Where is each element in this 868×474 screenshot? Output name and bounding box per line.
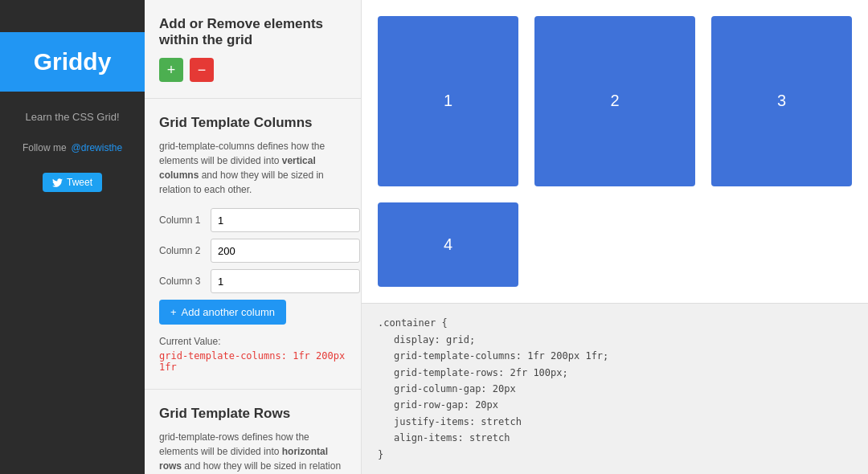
code-line-align: align-items: stretch	[378, 430, 852, 446]
rows-section-title: Grid Template Rows	[159, 406, 346, 422]
code-line-row-gap: grid-row-gap: 20px	[378, 397, 852, 413]
add-element-button[interactable]: +	[159, 58, 183, 82]
grid-item-3: 3	[711, 16, 852, 186]
code-panel: .container { display: grid; grid-templat…	[362, 303, 868, 474]
column-2-label: Column 2	[159, 245, 206, 256]
plus-icon: +	[170, 306, 177, 318]
grid-item-1: 1	[378, 16, 518, 186]
column-row-2: Column 2 px ∨ fr % em ✕	[159, 239, 346, 263]
column-2-input[interactable]	[211, 239, 360, 263]
main-content: 1 2 3 4 .container { display: grid; grid…	[362, 0, 868, 474]
grid-template-columns-section: Grid Template Columns grid-template-colu…	[145, 99, 361, 390]
grid-container: 1 2 3 4	[378, 16, 852, 287]
add-remove-title: Add or Remove elements within the grid	[159, 16, 346, 48]
grid-item-2: 2	[534, 16, 695, 186]
add-column-label: Add another column	[182, 306, 275, 318]
rows-description: grid-template-rows defines how the eleme…	[159, 430, 346, 474]
current-value-code: grid-template-columns: 1fr 200px 1fr	[159, 350, 346, 373]
code-closing: }	[378, 447, 852, 463]
add-remove-row: + −	[159, 58, 346, 82]
column-3-input[interactable]	[211, 269, 360, 293]
remove-element-button[interactable]: −	[190, 58, 214, 82]
code-line-rows: grid-template-rows: 2fr 100px;	[378, 365, 852, 381]
current-value-label: Current Value:	[159, 336, 346, 347]
columns-description: grid-template-columns defines how the el…	[159, 139, 346, 197]
controls-panel: Add or Remove elements within the grid +…	[145, 0, 362, 474]
app-logo: Griddy	[34, 48, 112, 76]
follow-handle[interactable]: @drewisthe	[72, 142, 123, 153]
grid-template-rows-section: Grid Template Rows grid-template-rows de…	[145, 390, 361, 474]
column-row-1: Column 1 fr ∨ px % em ✕	[159, 208, 346, 232]
add-remove-section: Add or Remove elements within the grid +…	[145, 0, 361, 99]
tweet-button[interactable]: Tweet	[43, 173, 102, 192]
grid-item-4: 4	[378, 202, 518, 288]
follow-row: Follow me @drewisthe	[23, 142, 122, 153]
code-line-justify: justify-items: stretch	[378, 414, 852, 430]
follow-prefix: Follow me	[23, 142, 67, 153]
learn-text: Learn the CSS Grid!	[17, 111, 127, 123]
code-line-columns: grid-template-columns: 1fr 200px 1fr;	[378, 348, 852, 364]
code-line-display: display: grid;	[378, 332, 852, 348]
column-1-input[interactable]	[211, 208, 360, 232]
columns-section-title: Grid Template Columns	[159, 115, 346, 131]
code-line-col-gap: grid-column-gap: 20px	[378, 381, 852, 397]
sidebar: Griddy Learn the CSS Grid! Follow me @dr…	[0, 0, 145, 474]
column-3-label: Column 3	[159, 276, 206, 287]
column-row-3: Column 3 fr ∨ px % em ✕	[159, 269, 346, 293]
code-selector: .container {	[378, 315, 852, 331]
tweet-label: Tweet	[67, 177, 92, 188]
add-column-button[interactable]: + Add another column	[159, 300, 286, 325]
grid-preview: 1 2 3 4	[362, 0, 868, 303]
logo-block: Griddy	[0, 32, 145, 92]
column-1-label: Column 1	[159, 215, 206, 226]
twitter-icon	[52, 178, 63, 187]
